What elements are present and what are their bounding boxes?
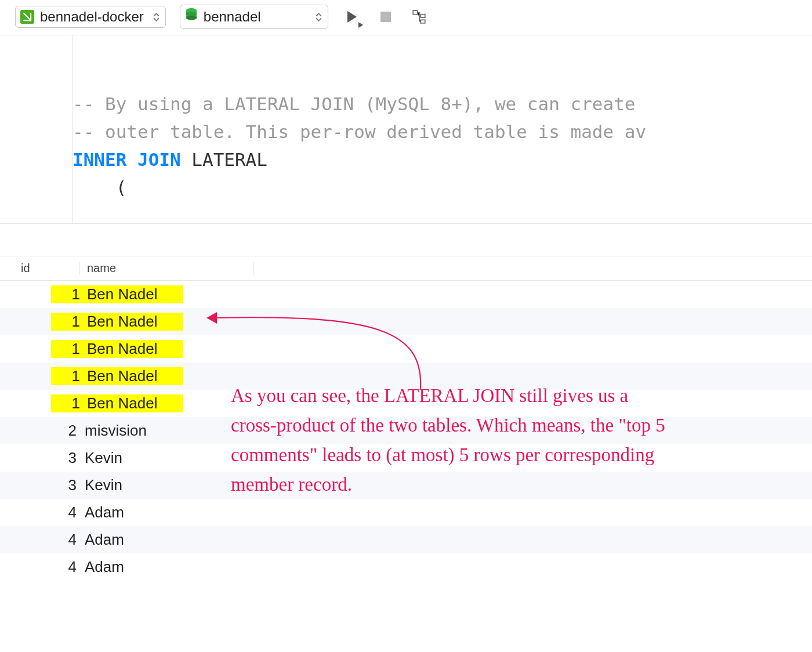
cell-id: 4 xyxy=(0,531,81,549)
database-dropdown[interactable]: bennadel xyxy=(180,5,328,29)
cell-name: Adam xyxy=(81,558,249,576)
cell-name: Ben Nadel xyxy=(84,340,183,358)
table-row[interactable]: 1Ben Nadel xyxy=(0,308,812,335)
svg-point-2 xyxy=(186,16,197,20)
table-row[interactable]: 4Adam xyxy=(0,499,812,526)
cell-id: 1 xyxy=(51,313,84,331)
cell-id: 3 xyxy=(0,476,81,494)
sql-editor[interactable]: -- By using a LATERAL JOIN (MySQL 8+), w… xyxy=(72,35,812,223)
pane-divider[interactable] xyxy=(0,224,812,256)
run-query-button[interactable] xyxy=(342,7,362,27)
stop-query-button[interactable] xyxy=(376,7,396,27)
sql-editor-pane: -- By using a LATERAL JOIN (MySQL 8+), w… xyxy=(0,35,812,224)
results-pane: id name 1Ben Nadel1Ben Nadel1Ben Nadel1B… xyxy=(0,256,812,581)
svg-rect-5 xyxy=(420,20,425,23)
table-row[interactable]: 1Ben Nadel xyxy=(0,335,812,363)
cell-id: 4 xyxy=(0,558,81,576)
table-row[interactable]: 1Ben Nadel xyxy=(0,281,812,308)
toolbar: bennadel-docker bennadel xyxy=(0,0,812,35)
cell-id: 1 xyxy=(51,394,84,412)
column-header-id[interactable]: id xyxy=(0,262,80,275)
svg-rect-4 xyxy=(420,15,425,17)
sql-text: LATERAL xyxy=(181,149,267,170)
cell-id: 3 xyxy=(0,449,81,467)
cell-name: misvision xyxy=(81,422,249,440)
editor-gutter xyxy=(0,35,72,223)
cell-name: Kevin xyxy=(81,449,249,467)
sql-text: ( xyxy=(72,177,126,198)
stop-icon xyxy=(380,12,391,22)
explain-plan-button[interactable] xyxy=(409,7,429,27)
connection-label: bennadel-docker xyxy=(40,9,144,25)
table-row[interactable]: 4Adam xyxy=(0,553,812,581)
cell-name: Ben Nadel xyxy=(84,285,183,303)
tree-icon xyxy=(412,9,427,24)
cell-id: 1 xyxy=(51,285,84,303)
play-icon xyxy=(347,11,357,23)
cell-id: 2 xyxy=(0,422,81,440)
svg-point-1 xyxy=(186,12,197,16)
results-header-row: id name xyxy=(0,256,812,281)
database-icon xyxy=(185,8,198,26)
sql-keyword: INNER JOIN xyxy=(72,149,181,170)
cell-name: Ben Nadel xyxy=(84,367,183,385)
chevron-updown-icon xyxy=(153,13,160,21)
editor-horizontal-scrollbar[interactable] xyxy=(76,212,812,220)
cell-name: Ben Nadel xyxy=(84,313,183,331)
chevron-updown-icon xyxy=(316,13,322,21)
cell-id: 1 xyxy=(51,367,84,385)
cell-name: Kevin xyxy=(81,476,249,494)
cell-id: 1 xyxy=(51,340,84,358)
connection-dropdown[interactable]: bennadel-docker xyxy=(15,6,166,28)
table-row[interactable]: 4Adam xyxy=(0,526,812,553)
sql-comment: -- outer table. This per-row derived tab… xyxy=(72,121,646,142)
svg-rect-3 xyxy=(413,10,418,15)
database-label: bennadel xyxy=(204,9,261,25)
sql-comment: -- By using a LATERAL JOIN (MySQL 8+), w… xyxy=(72,93,636,114)
cell-name: Adam xyxy=(81,531,249,549)
column-header-name[interactable]: name xyxy=(80,262,254,275)
connection-icon xyxy=(20,10,34,24)
cell-id: 4 xyxy=(0,504,81,521)
dropdown-caret-icon xyxy=(358,22,363,28)
annotation-text: As you can see, the LATERAL JOIN still g… xyxy=(231,381,672,500)
cell-name: Adam xyxy=(81,504,249,521)
cell-name: Ben Nadel xyxy=(84,394,183,412)
